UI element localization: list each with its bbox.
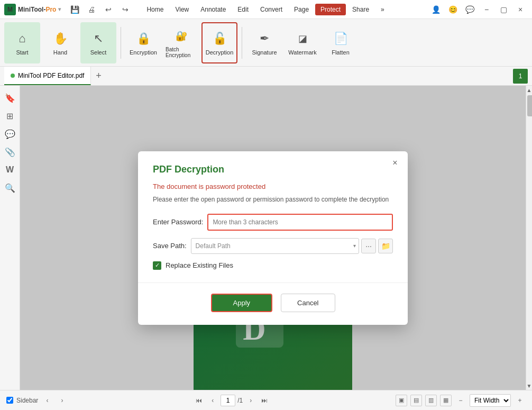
tab-pdf[interactable]: MiniTool PDF Editor.pdf [4,67,91,85]
hand-icon: ✋ [52,30,69,47]
scroll-thumb[interactable] [527,95,532,116]
sidebar-comments-icon[interactable]: 💬 [2,126,18,142]
password-label: Enter Password: [153,218,203,226]
print-button[interactable]: 🖨 [84,2,99,17]
watermark-icon: ◪ [294,30,311,47]
logo-icon: M [4,4,16,15]
select-icon: ↖ [90,30,107,47]
menu-protect[interactable]: Protect [315,4,346,15]
menu-more[interactable]: » [375,4,390,15]
path-folder-button[interactable]: 📁 [378,239,393,253]
cancel-button[interactable]: Cancel [281,294,335,312]
view-scroll-button[interactable]: ▥ [425,395,437,406]
prev-page-button[interactable]: ‹ [207,395,218,406]
maximize-button[interactable]: ▢ [496,2,511,17]
title-bar: M MiniTool-Pro ▾ 💾 🖨 ↩ ↪ Home View Annot… [0,0,532,19]
toolbar-signature[interactable]: ✒ Signature [246,22,282,63]
save-path-select-wrapper: Default Path Custom Path ▾ [191,238,359,254]
first-page-button[interactable]: ⏮ [193,395,205,406]
content-area: D × PDF Decryption The document is passw… [20,86,526,390]
minimize-button[interactable]: − [479,2,494,17]
sidebar-toggle[interactable] [6,397,13,404]
main-area: 🔖 ⊞ 💬 📎 W 🔍 D × PDF Decryption The docum… [0,86,532,390]
modal-separator [138,283,408,283]
zoom-in-button[interactable]: + [514,395,526,406]
toolbar-select[interactable]: ↖ Select [80,22,116,63]
save-path-label: Save Path: [153,242,187,250]
encryption-icon: 🔒 [135,30,152,47]
tab-dot [11,74,15,78]
path-dots-button[interactable]: ··· [361,239,376,253]
replace-files-checkbox[interactable]: ✓ [153,261,161,270]
status-left: Sidebar ‹ › [6,395,68,406]
view-double-button[interactable]: ▤ [410,395,422,406]
sidebar-thumbnails-icon[interactable]: ⊞ [2,108,18,124]
menu-view[interactable]: View [170,4,194,15]
pdf-decryption-modal: × PDF Decryption The document is passwor… [138,151,408,325]
scroll-up-button[interactable]: ▲ [526,86,532,94]
left-sidebar: 🔖 ⊞ 💬 📎 W 🔍 [0,86,20,390]
modal-description: Please enter the open password or permis… [153,195,393,204]
modal-title: PDF Decryption [153,164,393,175]
menu-convert[interactable]: Convert [255,4,288,15]
batch-encryption-icon: 🔐 [173,28,190,44]
password-field-row: Enter Password: [153,214,393,231]
next-page-button[interactable]: › [245,395,256,406]
save-path-row: Save Path: Default Path Custom Path ▾ ··… [153,238,393,254]
toolbar-batch-encryption[interactable]: 🔐 Batch Encryption [163,22,199,63]
save-path-select[interactable]: Default Path Custom Path [191,238,359,254]
profile-icon[interactable]: 😊 [445,2,460,17]
undo-button[interactable]: ↩ [101,2,116,17]
status-bar: Sidebar ‹ › ⏮ ‹ /1 › ⏭ ▣ ▤ ▥ ▦ − Fit Wid… [0,390,532,410]
toolbar-start[interactable]: ⌂ Start [4,22,40,63]
menu-home[interactable]: Home [141,4,169,15]
status-center: ⏮ ‹ /1 › ⏭ [72,395,391,406]
view-single-button[interactable]: ▣ [396,395,407,406]
start-icon: ⌂ [14,30,31,47]
scroll-down-button[interactable]: ▼ [526,381,532,390]
last-page-button[interactable]: ⏭ [259,395,270,406]
sidebar-search-icon[interactable]: 🔍 [2,180,18,196]
zoom-out-button[interactable]: − [455,395,466,406]
modal-buttons: Apply Cancel [153,294,393,312]
sidebar-bookmark-icon[interactable]: 🔖 [2,90,18,106]
tab-add-button[interactable]: + [91,69,106,84]
modal-warning: The document is password protected [153,183,393,190]
modal-overlay: × PDF Decryption The document is passwor… [20,86,526,390]
decryption-icon: 🔓 [211,30,228,47]
chat-icon[interactable]: 💬 [462,2,477,17]
toolbar-hand[interactable]: ✋ Hand [42,22,78,63]
sidebar-label[interactable]: Sidebar [16,397,38,404]
redo-button[interactable]: ↪ [118,2,133,17]
menu-share[interactable]: Share [347,4,374,15]
sidebar-attachments-icon[interactable]: 📎 [2,144,18,160]
sidebar-text-icon[interactable]: W [2,162,18,178]
password-input[interactable] [207,214,393,231]
app-chevron[interactable]: ▾ [58,6,61,12]
sidebar-next-button[interactable]: › [56,395,68,406]
toolbar-watermark[interactable]: ◪ Watermark [285,22,320,63]
toolbar-encryption[interactable]: 🔒 Encryption [125,22,161,63]
toolbar-decryption[interactable]: 🔓 Decryption [201,22,237,63]
save-button[interactable]: 💾 [67,2,82,17]
apply-button[interactable]: Apply [211,294,273,312]
toolbar-divider-1 [121,27,121,59]
menu-annotate[interactable]: Annotate [195,4,231,15]
modal-close-button[interactable]: × [389,157,401,169]
account-icon[interactable]: 👤 [428,2,443,17]
main-toolbar: ⌂ Start ✋ Hand ↖ Select 🔒 Encryption 🔐 B… [0,19,532,67]
tab-bar-right: 1 [513,69,528,84]
flatten-icon: 📄 [332,30,349,47]
page-current-input[interactable] [221,395,235,406]
toolbar-flatten[interactable]: 📄 Flatten [323,22,359,63]
menu-page[interactable]: Page [289,4,314,15]
status-right: ▣ ▤ ▥ ▦ − Fit Width Fit Page 100% + [396,394,526,407]
menu-edit[interactable]: Edit [232,4,254,15]
sidebar-prev-button[interactable]: ‹ [41,395,53,406]
replace-files-row: ✓ Replace Existing Files [153,261,393,270]
close-button[interactable]: × [513,2,528,17]
replace-files-label: Replace Existing Files [166,261,233,269]
zoom-select[interactable]: Fit Width Fit Page 100% [470,394,511,407]
view-facing-button[interactable]: ▦ [440,395,452,406]
right-scrollbar[interactable]: ▲ ▼ [526,86,532,390]
